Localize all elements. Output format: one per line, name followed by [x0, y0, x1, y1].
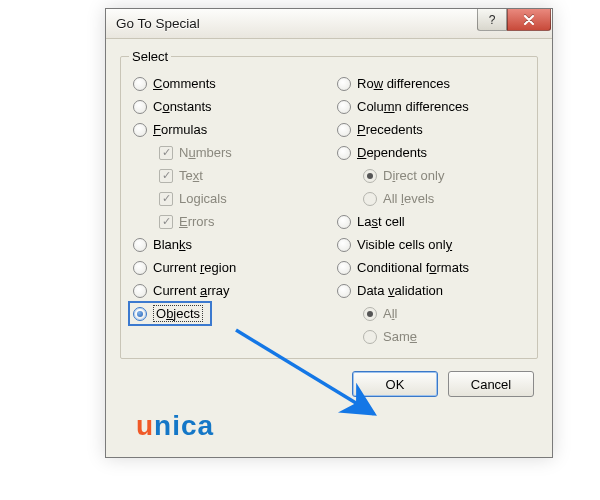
option-label: Conditional formats: [357, 260, 469, 275]
radio-icon: [337, 215, 351, 229]
opt-comments[interactable]: Comments: [129, 72, 325, 95]
cancel-button[interactable]: Cancel: [448, 371, 534, 397]
options-left-column: CommentsConstantsFormulas✓Numbers✓Text✓L…: [129, 72, 325, 348]
chk-errors: ✓Errors: [129, 210, 325, 233]
checkbox-icon: ✓: [159, 169, 173, 183]
opt-row-differences[interactable]: Row differences: [333, 72, 529, 95]
opt-column-differences[interactable]: Column differences: [333, 95, 529, 118]
select-group: Select CommentsConstantsFormulas✓Numbers…: [120, 49, 538, 359]
checkbox-icon: ✓: [159, 215, 173, 229]
opt-same: Same: [333, 325, 529, 348]
option-label: Same: [383, 329, 417, 344]
radio-icon: [337, 123, 351, 137]
radio-icon: [337, 284, 351, 298]
radio-icon: [363, 169, 377, 183]
dialog-buttons: OK Cancel: [120, 359, 538, 397]
radio-icon: [337, 238, 351, 252]
radio-icon: [133, 123, 147, 137]
radio-icon: [133, 307, 147, 321]
option-label: Formulas: [153, 122, 207, 137]
option-label: Errors: [179, 214, 214, 229]
opt-constants[interactable]: Constants: [129, 95, 325, 118]
chk-text: ✓Text: [129, 164, 325, 187]
help-button[interactable]: ?: [477, 9, 507, 31]
opt-objects[interactable]: Objects: [129, 302, 211, 325]
checkbox-icon: ✓: [159, 146, 173, 160]
go-to-special-dialog: Go To Special ? Select CommentsConstants…: [105, 8, 553, 458]
option-label: All levels: [383, 191, 434, 206]
opt-all: All: [333, 302, 529, 325]
close-button[interactable]: [507, 9, 551, 31]
radio-icon: [363, 330, 377, 344]
options-right-column: Row differencesColumn differencesPrecede…: [333, 72, 529, 348]
radio-icon: [363, 307, 377, 321]
dialog-title: Go To Special: [106, 16, 477, 31]
ok-button[interactable]: OK: [352, 371, 438, 397]
radio-icon: [133, 77, 147, 91]
help-icon: ?: [489, 13, 496, 27]
radio-icon: [363, 192, 377, 206]
option-label: Row differences: [357, 76, 450, 91]
radio-icon: [337, 261, 351, 275]
opt-precedents[interactable]: Precedents: [333, 118, 529, 141]
radio-icon: [133, 261, 147, 275]
opt-conditional-formats[interactable]: Conditional formats: [333, 256, 529, 279]
radio-icon: [337, 100, 351, 114]
option-label: Comments: [153, 76, 216, 91]
close-icon: [523, 15, 535, 25]
radio-icon: [133, 100, 147, 114]
option-label: Dependents: [357, 145, 427, 160]
option-label: Direct only: [383, 168, 444, 183]
option-label: Last cell: [357, 214, 405, 229]
opt-all-levels: All levels: [333, 187, 529, 210]
opt-current-region[interactable]: Current region: [129, 256, 325, 279]
opt-current-array[interactable]: Current array: [129, 279, 325, 302]
option-label: Blanks: [153, 237, 192, 252]
radio-icon: [337, 146, 351, 160]
option-label: Data validation: [357, 283, 443, 298]
select-group-label: Select: [129, 49, 171, 64]
option-label: Constants: [153, 99, 212, 114]
window-buttons: ?: [477, 9, 551, 31]
radio-icon: [337, 77, 351, 91]
option-label: All: [383, 306, 397, 321]
option-label: Visible cells only: [357, 237, 452, 252]
chk-numbers: ✓Numbers: [129, 141, 325, 164]
opt-last-cell[interactable]: Last cell: [333, 210, 529, 233]
radio-icon: [133, 238, 147, 252]
option-label: Objects: [153, 305, 203, 322]
option-label: Current region: [153, 260, 236, 275]
option-label: Text: [179, 168, 203, 183]
opt-visible-cells[interactable]: Visible cells only: [333, 233, 529, 256]
opt-dependents[interactable]: Dependents: [333, 141, 529, 164]
dialog-body: Select CommentsConstantsFormulas✓Numbers…: [106, 39, 552, 409]
titlebar[interactable]: Go To Special ?: [106, 9, 552, 39]
option-label: Numbers: [179, 145, 232, 160]
opt-direct-only: Direct only: [333, 164, 529, 187]
opt-data-validation[interactable]: Data validation: [333, 279, 529, 302]
opt-formulas[interactable]: Formulas: [129, 118, 325, 141]
checkbox-icon: ✓: [159, 192, 173, 206]
option-label: Precedents: [357, 122, 423, 137]
option-label: Current array: [153, 283, 230, 298]
opt-blanks[interactable]: Blanks: [129, 233, 325, 256]
radio-icon: [133, 284, 147, 298]
option-label: Logicals: [179, 191, 227, 206]
chk-logicals: ✓Logicals: [129, 187, 325, 210]
option-label: Column differences: [357, 99, 469, 114]
watermark: unica: [136, 410, 214, 442]
